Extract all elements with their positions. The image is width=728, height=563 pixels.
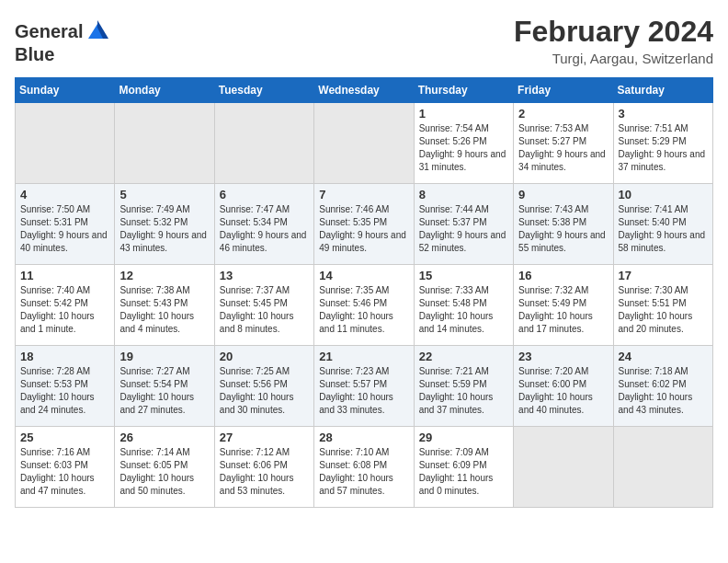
calendar-cell: 4Sunrise: 7:50 AM Sunset: 5:31 PM Daylig… xyxy=(16,184,115,265)
calendar-cell: 21Sunrise: 7:23 AM Sunset: 5:57 PM Dayli… xyxy=(314,346,414,427)
calendar-cell: 27Sunrise: 7:12 AM Sunset: 6:06 PM Dayli… xyxy=(214,427,313,508)
calendar-cell: 19Sunrise: 7:27 AM Sunset: 5:54 PM Dayli… xyxy=(115,346,214,427)
day-info: Sunrise: 7:32 AM Sunset: 5:49 PM Dayligh… xyxy=(518,284,608,336)
day-number: 18 xyxy=(20,350,109,363)
logo-blue-text: Blue xyxy=(15,44,54,64)
calendar-cell: 23Sunrise: 7:20 AM Sunset: 6:00 PM Dayli… xyxy=(514,346,613,427)
day-number: 15 xyxy=(419,269,508,282)
day-info: Sunrise: 7:37 AM Sunset: 5:45 PM Dayligh… xyxy=(220,284,309,336)
calendar-cell: 18Sunrise: 7:28 AM Sunset: 5:53 PM Dayli… xyxy=(16,346,115,427)
day-number: 3 xyxy=(619,107,708,121)
day-info: Sunrise: 7:38 AM Sunset: 5:43 PM Dayligh… xyxy=(119,284,209,336)
day-info: Sunrise: 7:40 AM Sunset: 5:42 PM Dayligh… xyxy=(20,284,109,336)
day-number: 8 xyxy=(419,188,508,201)
calendar-cell: 26Sunrise: 7:14 AM Sunset: 6:05 PM Dayli… xyxy=(115,427,214,508)
calendar-cell xyxy=(214,103,313,184)
calendar-cell: 17Sunrise: 7:30 AM Sunset: 5:51 PM Dayli… xyxy=(613,265,712,346)
day-number: 6 xyxy=(220,188,309,201)
day-info: Sunrise: 7:12 AM Sunset: 6:06 PM Dayligh… xyxy=(220,446,309,498)
header-cell-wednesday: Wednesday xyxy=(314,78,414,103)
calendar-cell: 6Sunrise: 7:47 AM Sunset: 5:34 PM Daylig… xyxy=(214,184,313,265)
day-info: Sunrise: 7:46 AM Sunset: 5:35 PM Dayligh… xyxy=(319,203,408,255)
day-number: 17 xyxy=(619,269,708,282)
day-number: 19 xyxy=(119,350,209,363)
day-number: 27 xyxy=(220,431,309,444)
day-number: 9 xyxy=(518,188,608,201)
title-block: February 2024 Turgi, Aargau, Switzerland xyxy=(514,15,713,66)
day-info: Sunrise: 7:49 AM Sunset: 5:32 PM Dayligh… xyxy=(119,203,209,255)
day-info: Sunrise: 7:47 AM Sunset: 5:34 PM Dayligh… xyxy=(220,203,309,255)
day-number: 28 xyxy=(319,431,408,444)
calendar-cell xyxy=(514,427,613,508)
day-number: 24 xyxy=(619,350,708,363)
calendar-header: SundayMondayTuesdayWednesdayThursdayFrid… xyxy=(16,78,713,103)
header-cell-friday: Friday xyxy=(514,78,613,103)
calendar-cell: 28Sunrise: 7:10 AM Sunset: 6:08 PM Dayli… xyxy=(314,427,414,508)
calendar-cell: 13Sunrise: 7:37 AM Sunset: 5:45 PM Dayli… xyxy=(214,265,313,346)
calendar-cell: 22Sunrise: 7:21 AM Sunset: 5:59 PM Dayli… xyxy=(414,346,513,427)
calendar-cell: 25Sunrise: 7:16 AM Sunset: 6:03 PM Dayli… xyxy=(16,427,115,508)
day-number: 5 xyxy=(119,188,209,201)
day-number: 21 xyxy=(319,350,408,363)
day-info: Sunrise: 7:53 AM Sunset: 5:27 PM Dayligh… xyxy=(518,122,608,174)
calendar-cell xyxy=(314,103,414,184)
calendar-cell: 16Sunrise: 7:32 AM Sunset: 5:49 PM Dayli… xyxy=(514,265,613,346)
header-cell-sunday: Sunday xyxy=(16,78,115,103)
day-info: Sunrise: 7:09 AM Sunset: 6:09 PM Dayligh… xyxy=(419,446,508,498)
logo-general-text: General xyxy=(15,21,83,41)
day-info: Sunrise: 7:27 AM Sunset: 5:54 PM Dayligh… xyxy=(119,365,209,417)
day-number: 23 xyxy=(518,350,608,363)
calendar-week-4: 18Sunrise: 7:28 AM Sunset: 5:53 PM Dayli… xyxy=(16,346,713,427)
day-number: 22 xyxy=(419,350,508,363)
day-info: Sunrise: 7:25 AM Sunset: 5:56 PM Dayligh… xyxy=(220,365,309,417)
calendar-header-row: SundayMondayTuesdayWednesdayThursdayFrid… xyxy=(16,78,713,103)
header-cell-thursday: Thursday xyxy=(414,78,513,103)
day-number: 1 xyxy=(419,107,508,121)
day-info: Sunrise: 7:33 AM Sunset: 5:48 PM Dayligh… xyxy=(419,284,508,336)
day-info: Sunrise: 7:35 AM Sunset: 5:46 PM Dayligh… xyxy=(319,284,408,336)
calendar-cell: 10Sunrise: 7:41 AM Sunset: 5:40 PM Dayli… xyxy=(613,184,712,265)
day-info: Sunrise: 7:16 AM Sunset: 6:03 PM Dayligh… xyxy=(20,446,109,498)
day-number: 16 xyxy=(518,269,608,282)
day-number: 12 xyxy=(119,269,209,282)
calendar-cell: 12Sunrise: 7:38 AM Sunset: 5:43 PM Dayli… xyxy=(115,265,214,346)
day-number: 10 xyxy=(619,188,708,201)
day-info: Sunrise: 7:44 AM Sunset: 5:37 PM Dayligh… xyxy=(419,203,508,255)
calendar-week-1: 1Sunrise: 7:54 AM Sunset: 5:26 PM Daylig… xyxy=(16,103,713,184)
calendar-cell: 11Sunrise: 7:40 AM Sunset: 5:42 PM Dayli… xyxy=(16,265,115,346)
calendar-week-3: 11Sunrise: 7:40 AM Sunset: 5:42 PM Dayli… xyxy=(16,265,713,346)
calendar-cell: 20Sunrise: 7:25 AM Sunset: 5:56 PM Dayli… xyxy=(214,346,313,427)
calendar-cell: 2Sunrise: 7:53 AM Sunset: 5:27 PM Daylig… xyxy=(514,103,613,184)
day-info: Sunrise: 7:10 AM Sunset: 6:08 PM Dayligh… xyxy=(319,446,408,498)
calendar-cell: 3Sunrise: 7:51 AM Sunset: 5:29 PM Daylig… xyxy=(613,103,712,184)
calendar-cell: 7Sunrise: 7:46 AM Sunset: 5:35 PM Daylig… xyxy=(314,184,414,265)
calendar-subtitle: Turgi, Aargau, Switzerland xyxy=(514,51,713,66)
header-cell-saturday: Saturday xyxy=(613,78,712,103)
calendar-cell: 14Sunrise: 7:35 AM Sunset: 5:46 PM Dayli… xyxy=(314,265,414,346)
calendar-cell: 5Sunrise: 7:49 AM Sunset: 5:32 PM Daylig… xyxy=(115,184,214,265)
header-cell-tuesday: Tuesday xyxy=(214,78,313,103)
day-number: 29 xyxy=(419,431,508,444)
day-info: Sunrise: 7:20 AM Sunset: 6:00 PM Dayligh… xyxy=(518,365,608,417)
day-info: Sunrise: 7:51 AM Sunset: 5:29 PM Dayligh… xyxy=(619,122,708,174)
calendar-cell: 15Sunrise: 7:33 AM Sunset: 5:48 PM Dayli… xyxy=(414,265,513,346)
calendar-title: February 2024 xyxy=(514,15,713,49)
calendar-cell: 24Sunrise: 7:18 AM Sunset: 6:02 PM Dayli… xyxy=(613,346,712,427)
calendar-week-5: 25Sunrise: 7:16 AM Sunset: 6:03 PM Dayli… xyxy=(16,427,713,508)
calendar-cell xyxy=(613,427,712,508)
logo: General Blue xyxy=(15,18,110,64)
day-number: 14 xyxy=(319,269,408,282)
day-info: Sunrise: 7:50 AM Sunset: 5:31 PM Dayligh… xyxy=(20,203,109,255)
day-info: Sunrise: 7:18 AM Sunset: 6:02 PM Dayligh… xyxy=(619,365,708,417)
calendar-cell xyxy=(115,103,214,184)
calendar-cell: 9Sunrise: 7:43 AM Sunset: 5:38 PM Daylig… xyxy=(514,184,613,265)
header-cell-monday: Monday xyxy=(115,78,214,103)
calendar-cell: 1Sunrise: 7:54 AM Sunset: 5:26 PM Daylig… xyxy=(414,103,513,184)
calendar-week-2: 4Sunrise: 7:50 AM Sunset: 5:31 PM Daylig… xyxy=(16,184,713,265)
day-info: Sunrise: 7:30 AM Sunset: 5:51 PM Dayligh… xyxy=(619,284,708,336)
day-info: Sunrise: 7:14 AM Sunset: 6:05 PM Dayligh… xyxy=(119,446,209,498)
day-number: 20 xyxy=(220,350,309,363)
day-info: Sunrise: 7:43 AM Sunset: 5:38 PM Dayligh… xyxy=(518,203,608,255)
calendar-cell: 8Sunrise: 7:44 AM Sunset: 5:37 PM Daylig… xyxy=(414,184,513,265)
day-number: 7 xyxy=(319,188,408,201)
